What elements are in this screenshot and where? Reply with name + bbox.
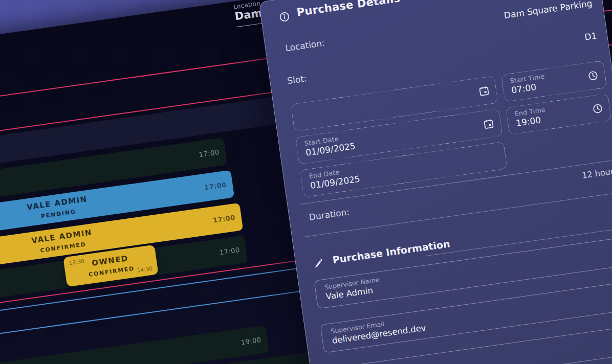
pencil-icon [313,258,324,269]
duration-label: Duration: [309,207,351,222]
slot-value: D1 [584,30,597,42]
slot-label: Slot: [287,73,308,86]
divider [304,191,612,237]
booking-name: VALE ADMIN [26,194,88,212]
rotated-stage: Location Dam Square Parking 17:00 VALE A… [0,0,612,364]
purchase-information-title: Purchase Information [332,238,451,265]
location-value: Dam Square Parking [504,0,593,20]
purchase-details-panel: Purchase Details Location: Dam Square Pa… [258,0,612,364]
calendar-icon[interactable] [478,85,491,98]
lane-end-time: 17:00 [212,214,236,224]
lane-end-time: 19:00 [241,336,262,346]
booking-status: PENDING [40,208,76,219]
duration-value: 12 hours [581,166,612,180]
booking-end-time: 14:30 [137,265,153,274]
booking-name: OWNED [91,254,129,268]
panel-title: Purchase Details [296,0,401,18]
clock-icon[interactable] [592,102,604,115]
clock-icon[interactable] [586,70,599,82]
lane-end-time: 17:00 [199,148,220,158]
lane-end-time: 17:00 [219,246,241,256]
calendar-icon[interactable] [483,118,495,130]
timeline-slot-lane[interactable]: 19:00 [0,325,269,364]
lane-end-time: 17:00 [204,180,227,191]
info-icon [278,11,291,24]
location-label: Location: [285,38,325,54]
